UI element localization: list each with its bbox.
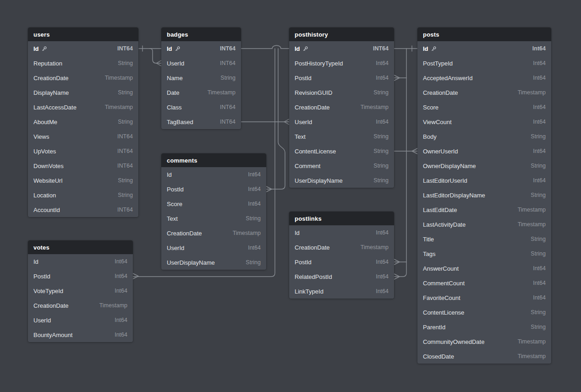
field-row-postlinks-Id[interactable]: IdInt64 [289,225,394,240]
table-posts[interactable]: postsIdInt64PostTypeIdInt64AcceptedAnswe… [417,27,551,364]
field-name: PostId [295,75,312,82]
field-row-users-DownVotes[interactable]: DownVotesINT64 [28,158,138,173]
field-row-votes-Id[interactable]: IdInt64 [28,254,133,269]
field-row-posts-CreationDate[interactable]: CreationDateTimestamp [417,85,551,100]
field-row-users-UpVotes[interactable]: UpVotesINT64 [28,144,138,158]
field-row-posts-CommunityOwnedDate[interactable]: CommunityOwnedDateTimestamp [417,334,551,349]
field-row-posts-ContentLicense[interactable]: ContentLicenseString [417,305,551,320]
field-row-users-Reputation[interactable]: ReputationString [28,56,138,71]
table-header-postlinks[interactable]: postlinks [289,212,394,225]
field-type: Int64 [376,229,389,236]
field-row-comments-PostId[interactable]: PostIdInt64 [161,182,266,196]
field-row-posts-AcceptedAnswerId[interactable]: AcceptedAnswerIdInt64 [417,71,551,85]
table-header-votes[interactable]: votes [28,240,133,254]
field-row-posts-LastActivityDate[interactable]: LastActivityDateTimestamp [417,217,551,232]
table-comments[interactable]: commentsIdInt64PostIdInt64ScoreInt64Text… [161,153,266,270]
field-row-posts-Tags[interactable]: TagsString [417,246,551,261]
table-users[interactable]: usersIdINT64ReputationStringCreationDate… [28,27,138,217]
field-row-posts-ClosedDate[interactable]: ClosedDateTimestamp [417,349,551,364]
field-row-posts-OwnerUserId[interactable]: OwnerUserIdInt64 [417,144,551,158]
field-name: DisplayName [33,89,69,96]
field-row-posthistory-PostHistoryTypeId[interactable]: PostHistoryTypeIdInt64 [289,56,394,71]
table-postlinks[interactable]: postlinksIdInt64CreationDateTimestampPos… [289,212,394,299]
field-row-posthistory-CreationDate[interactable]: CreationDateTimestamp [289,100,394,114]
field-row-comments-Id[interactable]: IdInt64 [161,167,266,182]
field-row-users-Location[interactable]: LocationString [28,188,138,202]
field-row-comments-Text[interactable]: TextString [161,211,266,226]
field-row-users-WebsiteUrl[interactable]: WebsiteUrlString [28,173,138,188]
field-row-users-Id[interactable]: IdINT64 [28,41,138,56]
field-row-posthistory-Comment[interactable]: CommentString [289,158,394,173]
field-row-posthistory-RevisionGUID[interactable]: RevisionGUIDString [289,85,394,100]
field-row-posts-Title[interactable]: TitleString [417,232,551,246]
field-row-votes-BountyAmount[interactable]: BountyAmountInt64 [28,327,133,342]
field-row-postlinks-LinkTypeId[interactable]: LinkTypeIdInt64 [289,284,394,299]
field-row-votes-UserId[interactable]: UserIdInt64 [28,313,133,327]
table-header-posthistory[interactable]: posthistory [289,27,394,41]
field-row-posts-OwnerDisplayName[interactable]: OwnerDisplayNameString [417,158,551,173]
field-row-posts-LastEditDate[interactable]: LastEditDateTimestamp [417,202,551,217]
field-name: FavoriteCount [423,294,460,301]
field-row-posthistory-ContentLicense[interactable]: ContentLicenseString [289,144,394,158]
field-type: Int64 [533,148,546,154]
table-posthistory[interactable]: posthistoryIdINT64PostHistoryTypeIdInt64… [289,27,394,188]
field-row-votes-CreationDate[interactable]: CreationDateTimestamp [28,298,133,313]
field-row-users-CreationDate[interactable]: CreationDateTimestamp [28,71,138,85]
field-row-posts-ParentId[interactable]: ParentIdString [417,320,551,334]
field-row-posthistory-UserDisplayName[interactable]: UserDisplayNameString [289,173,394,188]
field-row-users-AccountId[interactable]: AccountIdINT64 [28,202,138,217]
field-row-badges-Id[interactable]: IdINT64 [161,41,241,56]
table-header-users[interactable]: users [28,27,138,41]
relationship-edge [394,49,406,277]
field-type: Int64 [376,259,389,265]
field-row-badges-UserId[interactable]: UserIdINT64 [161,56,241,71]
field-row-posts-LastEditorUserId[interactable]: LastEditorUserIdInt64 [417,173,551,188]
field-row-badges-Class[interactable]: ClassINT64 [161,100,241,114]
table-header-badges[interactable]: badges [161,27,241,41]
field-row-posts-CommentCount[interactable]: CommentCountInt64 [417,276,551,290]
table-title: users [33,31,50,38]
field-row-posts-FavoriteCount[interactable]: FavoriteCountInt64 [417,290,551,305]
field-name: Score [167,201,182,207]
field-row-posts-ViewCount[interactable]: ViewCountInt64 [417,114,551,129]
field-row-posts-AnswerCount[interactable]: AnswerCountInt64 [417,261,551,276]
field-row-postlinks-PostId[interactable]: PostIdInt64 [289,255,394,269]
table-badges[interactable]: badgesIdINT64UserIdINT64NameStringDateTi… [161,27,241,129]
field-row-users-AboutMe[interactable]: AboutMeString [28,114,138,129]
field-row-badges-TagBased[interactable]: TagBasedINT64 [161,114,241,129]
field-row-comments-UserId[interactable]: UserIdInt64 [161,240,266,255]
field-row-posthistory-UserId[interactable]: UserIdInt64 [289,114,394,129]
field-row-posts-Body[interactable]: BodyString [417,129,551,144]
field-name: AnswerCount [423,265,459,272]
field-type: String [531,250,546,257]
field-row-posts-Score[interactable]: ScoreInt64 [417,100,551,114]
field-name: AcceptedAnswerId [423,75,472,82]
table-votes[interactable]: votesIdInt64PostIdInt64VoteTypeIdInt64Cr… [28,240,133,342]
field-type: Int64 [376,60,389,66]
field-row-badges-Date[interactable]: DateTimestamp [161,85,241,100]
field-name: Id [295,45,300,52]
field-row-posts-LastEditorDisplayName[interactable]: LastEditorDisplayNameString [417,188,551,202]
field-row-votes-PostId[interactable]: PostIdInt64 [28,269,133,283]
field-row-comments-CreationDate[interactable]: CreationDateTimestamp [161,226,266,240]
field-row-posts-Id[interactable]: IdInt64 [417,41,551,56]
field-row-users-LastAccessDate[interactable]: LastAccessDateTimestamp [28,100,138,114]
field-row-comments-UserDisplayName[interactable]: UserDisplayNameString [161,255,266,270]
field-type: Int64 [533,177,546,184]
field-row-postlinks-CreationDate[interactable]: CreationDateTimestamp [289,240,394,255]
field-row-posts-PostTypeId[interactable]: PostTypeIdInt64 [417,56,551,71]
field-row-posthistory-Id[interactable]: IdINT64 [289,41,394,56]
field-name: LastEditorDisplayName [423,192,485,199]
table-header-comments[interactable]: comments [161,153,266,167]
field-row-badges-Name[interactable]: NameString [161,71,241,85]
field-row-posthistory-PostId[interactable]: PostIdInt64 [289,71,394,85]
field-row-posthistory-Text[interactable]: TextString [289,129,394,144]
field-row-users-DisplayName[interactable]: DisplayNameString [28,85,138,100]
field-name: PostId [33,273,50,280]
field-row-votes-VoteTypeId[interactable]: VoteTypeIdInt64 [28,283,133,298]
field-row-users-Views[interactable]: ViewsINT64 [28,129,138,144]
erd-canvas[interactable]: usersIdINT64ReputationStringCreationDate… [0,0,581,392]
field-row-postlinks-RelatedPostId[interactable]: RelatedPostIdInt64 [289,269,394,284]
field-row-comments-Score[interactable]: ScoreInt64 [161,196,266,211]
table-header-posts[interactable]: posts [417,27,551,41]
